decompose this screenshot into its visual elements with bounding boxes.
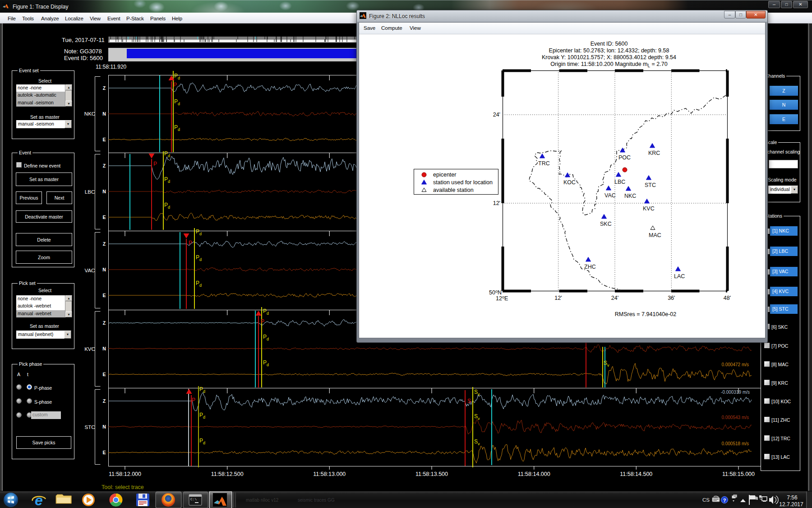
- svg-text:Pd: Pd: [263, 308, 269, 316]
- svg-text:36': 36': [668, 295, 675, 301]
- svg-text:KVC: KVC: [84, 346, 95, 352]
- svg-text:Event ID: 5600: Event ID: 5600: [64, 55, 103, 61]
- svg-text:Pd: Pd: [199, 412, 205, 419]
- svg-text:Z: Z: [103, 85, 106, 91]
- svg-text:Tue, 2017-07-11: Tue, 2017-07-11: [62, 37, 105, 43]
- svg-text:SKC: SKC: [600, 221, 612, 227]
- svg-text:E: E: [102, 137, 106, 142]
- svg-text:KVC: KVC: [643, 205, 655, 212]
- svg-text:E: E: [102, 372, 106, 377]
- svg-text:Z: Z: [103, 398, 106, 404]
- svg-text:12': 12': [554, 295, 562, 301]
- svg-text:Sv: Sv: [604, 360, 609, 368]
- svg-text:E: E: [102, 450, 106, 455]
- svg-text:S: S: [467, 398, 471, 404]
- svg-text:Pd: Pd: [164, 176, 170, 184]
- svg-text:11:58:12.000: 11:58:12.000: [109, 471, 141, 477]
- svg-text:11:58:14.500: 11:58:14.500: [620, 471, 652, 477]
- svg-text:epicenter: epicenter: [433, 172, 456, 178]
- svg-text:TRC: TRC: [538, 160, 550, 167]
- svg-text:7:56: 7:56: [787, 494, 798, 501]
- svg-text:?: ?: [723, 498, 726, 503]
- svg-text:KRC: KRC: [648, 150, 660, 156]
- svg-text:Pd: Pd: [196, 254, 202, 262]
- svg-text:Pd: Pd: [199, 438, 205, 445]
- svg-text:VAC: VAC: [604, 192, 616, 199]
- svg-text:available station: available station: [433, 187, 474, 193]
- svg-text:12oE: 12oE: [496, 295, 508, 302]
- svg-text:ZHC: ZHC: [584, 264, 596, 270]
- svg-text:Epicenter lat: 50.2763; lon: 1: Epicenter lat: 50.2763; lon: 12.4332; de…: [549, 47, 669, 54]
- svg-text:N: N: [102, 111, 106, 117]
- svg-text:11:58:13.500: 11:58:13.500: [415, 471, 448, 477]
- svg-text:N: N: [102, 346, 106, 351]
- svg-text:12.7.2017: 12.7.2017: [779, 501, 803, 508]
- svg-text:12': 12': [493, 200, 500, 206]
- svg-text:48': 48': [724, 295, 731, 301]
- svg-text:Z: Z: [103, 241, 106, 247]
- svg-text:Pd: Pd: [196, 228, 202, 236]
- svg-text:11:58:15.000: 11:58:15.000: [722, 471, 755, 477]
- svg-text:P: P: [189, 240, 192, 246]
- svg-text:Pd: Pd: [196, 280, 202, 288]
- svg-text:KOC: KOC: [563, 179, 576, 186]
- svg-text:50oN: 50oN: [489, 289, 502, 296]
- svg-text:Z: Z: [103, 163, 106, 168]
- svg-text:Pd: Pd: [164, 202, 170, 210]
- svg-text:0.000518 m/s: 0.000518 m/s: [721, 441, 749, 446]
- svg-text:Origin time: 11:58:10.200 Magn: Origin time: 11:58:10.200 Magnitude mL =…: [550, 61, 667, 68]
- svg-text:seismic traces GG: seismic traces GG: [298, 498, 335, 503]
- svg-text:N: N: [102, 189, 106, 194]
- svg-text:Pd: Pd: [174, 73, 180, 80]
- svg-text:CS: CS: [702, 497, 710, 503]
- svg-text:11:58:12.500: 11:58:12.500: [211, 471, 244, 477]
- svg-text:24': 24': [611, 295, 618, 301]
- svg-text:Pd: Pd: [263, 359, 269, 367]
- svg-text:P: P: [192, 397, 195, 403]
- svg-text:station used for location: station used for location: [433, 179, 493, 186]
- svg-text:LAC: LAC: [674, 273, 685, 280]
- svg-text:Note: GG3078: Note: GG3078: [64, 48, 102, 55]
- svg-text:LBC: LBC: [614, 179, 625, 185]
- svg-text:LBC: LBC: [85, 189, 95, 195]
- svg-text:matlab nlloc v12: matlab nlloc v12: [246, 498, 279, 503]
- svg-text:e: e: [35, 492, 43, 508]
- svg-text:Z: Z: [103, 320, 106, 326]
- svg-text:11:58:11.920: 11:58:11.920: [96, 64, 127, 70]
- svg-text:0.000543 m/s: 0.000543 m/s: [721, 415, 749, 420]
- svg-text:RMSres = 7.941040e-02: RMSres = 7.941040e-02: [615, 311, 677, 317]
- svg-text:0.000472 m/s: 0.000472 m/s: [721, 362, 749, 367]
- svg-text:Event ID: 5600: Event ID: 5600: [591, 41, 628, 47]
- svg-text:POC: POC: [618, 154, 631, 161]
- svg-text:E: E: [102, 214, 106, 220]
- svg-text:P: P: [173, 82, 177, 88]
- svg-text:-0.000319 m/s: -0.000319 m/s: [721, 390, 750, 395]
- svg-text:Pd: Pd: [174, 98, 180, 106]
- svg-text:Pd: Pd: [199, 386, 205, 394]
- svg-text:VAC: VAC: [85, 268, 95, 273]
- svg-text:Pd: Pd: [174, 124, 180, 132]
- svg-text:C:\: C:\: [190, 497, 197, 501]
- svg-text:E: E: [102, 293, 106, 298]
- svg-text:NKC: NKC: [624, 193, 636, 199]
- svg-text:Pd: Pd: [263, 334, 269, 341]
- svg-text:STC: STC: [645, 182, 656, 188]
- svg-text:Tool: select trace: Tool: select trace: [102, 484, 144, 490]
- svg-text:STC: STC: [85, 424, 95, 430]
- svg-text:Sv: Sv: [474, 438, 480, 446]
- svg-text:P: P: [261, 318, 264, 325]
- svg-text:N: N: [102, 424, 106, 429]
- svg-text:P: P: [153, 161, 157, 167]
- svg-text:N: N: [102, 267, 106, 272]
- svg-text:24': 24': [493, 112, 500, 118]
- svg-text:MAC: MAC: [649, 232, 661, 238]
- svg-text:NKC: NKC: [84, 111, 95, 117]
- svg-text:Sv: Sv: [474, 389, 480, 396]
- svg-text:11:58:14.000: 11:58:14.000: [518, 471, 550, 477]
- svg-text:Krovak Y: 1001021.5757; X: 880: Krovak Y: 1001021.5757; X: 880053.4012 d…: [542, 54, 676, 61]
- svg-text:11:58:13.000: 11:58:13.000: [313, 471, 346, 477]
